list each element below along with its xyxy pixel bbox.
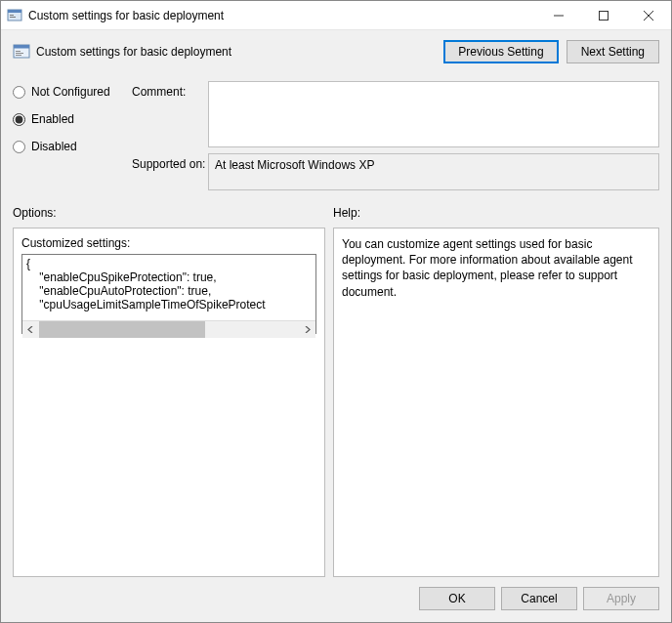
svg-rect-10 (16, 51, 21, 52)
window-title: Custom settings for basic deployment (28, 9, 536, 22)
options-label: Options: (13, 206, 333, 220)
scroll-left-icon[interactable] (22, 321, 39, 338)
help-text: You can customize agent settings used fo… (342, 236, 651, 300)
minimize-button[interactable] (536, 1, 581, 30)
svg-rect-1 (8, 10, 21, 13)
options-panel: Customized settings: (13, 228, 325, 577)
radio-not-configured[interactable]: Not Configured (13, 85, 130, 99)
radio-disabled[interactable]: Disabled (13, 140, 130, 153)
nav-buttons: Previous Setting Next Setting (443, 40, 659, 63)
svg-rect-11 (16, 53, 23, 54)
svg-rect-5 (600, 11, 609, 20)
supported-textarea (208, 153, 659, 190)
page-title: Custom settings for basic deployment (36, 45, 443, 59)
section-labels: Options: Help: (13, 206, 659, 220)
radio-enabled-label: Enabled (31, 112, 74, 126)
close-button[interactable] (626, 1, 671, 30)
radio-enabled-input[interactable] (13, 113, 25, 126)
scroll-track[interactable] (39, 321, 299, 338)
svg-rect-9 (14, 45, 29, 49)
content-area: Custom settings for basic deployment Pre… (1, 30, 671, 622)
svg-rect-2 (10, 15, 14, 16)
radio-disabled-input[interactable] (13, 141, 25, 153)
svg-rect-12 (16, 55, 21, 56)
maximize-button[interactable] (581, 1, 626, 30)
footer-buttons: OK Cancel Apply (13, 587, 659, 610)
header-row: Custom settings for basic deployment Pre… (13, 40, 659, 63)
radio-enabled[interactable]: Enabled (13, 112, 130, 126)
ok-button[interactable]: OK (419, 587, 495, 610)
comment-textarea[interactable] (208, 81, 659, 147)
help-panel: You can customize agent settings used fo… (333, 228, 659, 577)
titlebar: Custom settings for basic deployment (1, 1, 671, 30)
state-radios: Not Configured Enabled Disabled (13, 81, 130, 190)
apply-button[interactable]: Apply (583, 587, 659, 610)
radio-disabled-label: Disabled (31, 140, 77, 153)
comment-label: Comment: (132, 81, 206, 147)
scroll-right-icon[interactable] (299, 321, 315, 338)
scroll-thumb[interactable] (39, 321, 205, 338)
previous-setting-button[interactable]: Previous Setting (443, 40, 558, 63)
next-setting-button[interactable]: Next Setting (567, 40, 659, 63)
policy-icon (13, 43, 30, 61)
app-icon (7, 8, 22, 23)
panels: Customized settings: You can customize (13, 228, 659, 577)
customized-settings-wrap (21, 254, 316, 334)
horizontal-scrollbar[interactable] (22, 320, 315, 337)
svg-rect-3 (10, 17, 16, 18)
config-grid: Not Configured Enabled Disabled Comment:… (13, 81, 659, 190)
help-label: Help: (333, 206, 360, 220)
supported-label: Supported on: (132, 153, 206, 190)
cancel-button[interactable]: Cancel (501, 587, 577, 610)
window-controls (536, 1, 671, 30)
customized-settings-label: Customized settings: (21, 236, 316, 250)
radio-not-configured-input[interactable] (13, 86, 25, 99)
customized-settings-textarea[interactable] (22, 255, 315, 317)
radio-not-configured-label: Not Configured (31, 85, 110, 99)
